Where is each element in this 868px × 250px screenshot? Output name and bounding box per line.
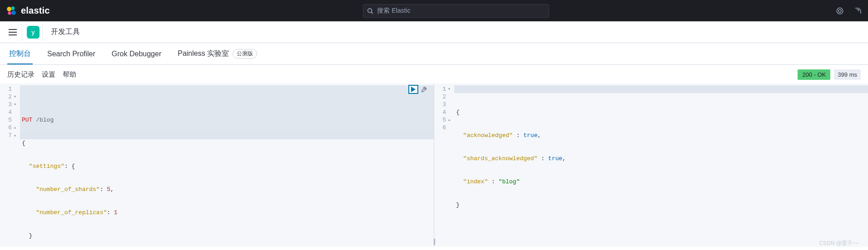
divider: [42, 24, 43, 41]
devtools-tabs: 控制台 Search Profiler Grok Debugger Painle…: [0, 43, 868, 65]
divider: [22, 24, 22, 41]
logo[interactable]: elastic: [5, 5, 50, 17]
elastic-logo-icon: [5, 5, 17, 17]
tab-label: Painless 实验室: [178, 49, 229, 59]
space-initial: y: [31, 28, 35, 36]
response-status-badge: 200 - OK: [798, 69, 830, 80]
watermark: CSDN @栗子~~: [819, 240, 859, 247]
app-bar: y 开发工具: [0, 21, 868, 43]
editors: 1 2▾ 3▾ 4 5 6▴ 7▴ PUT /blog { "settings"…: [0, 83, 868, 247]
help-button[interactable]: 帮助: [63, 70, 76, 79]
tab-painless-lab[interactable]: Painless 实验室 公测版: [176, 44, 259, 64]
svg-point-1: [11, 6, 15, 10]
beta-badge: 公测版: [233, 49, 257, 59]
request-gutter: 1 2▾ 3▾ 4 5 6▴ 7▴: [0, 83, 20, 247]
global-search[interactable]: 搜索 Elastic: [363, 4, 549, 18]
search-placeholder: 搜索 Elastic: [377, 7, 410, 15]
newsfeed-icon[interactable]: [853, 6, 863, 15]
settings-button[interactable]: 设置: [42, 70, 55, 79]
tab-label: Search Profiler: [47, 50, 95, 58]
cursor-line: [20, 132, 434, 139]
nav-toggle-button[interactable]: [5, 24, 21, 40]
space-selector[interactable]: y: [27, 26, 40, 39]
tab-grok-debugger[interactable]: Grok Debugger: [110, 44, 163, 64]
breadcrumb: 开发工具: [51, 27, 80, 37]
request-options-button[interactable]: [419, 85, 429, 94]
tab-search-profiler[interactable]: Search Profiler: [45, 44, 97, 64]
history-button[interactable]: 历史记录: [7, 70, 35, 79]
svg-point-7: [838, 10, 841, 12]
svg-point-3: [8, 11, 11, 15]
svg-point-6: [837, 8, 843, 14]
svg-point-2: [11, 10, 16, 15]
header-right: [835, 6, 863, 15]
svg-point-0: [7, 7, 11, 11]
response-gutter: 1▾ 2 3 4 5▴ 6: [434, 83, 454, 247]
http-method: PUT: [22, 117, 32, 123]
cursor-line: [454, 85, 868, 93]
response-code: { "acknowledged" : true, "shards_acknowl…: [454, 83, 868, 247]
request-path: /blog: [36, 117, 54, 123]
pane-splitter[interactable]: ||: [433, 238, 435, 245]
help-icon[interactable]: [835, 6, 844, 15]
request-code[interactable]: PUT /blog { "settings": { "number_of_sha…: [20, 83, 434, 247]
response-viewer[interactable]: 1▾ 2 3 4 5▴ 6 { "acknowledged" : true, "…: [434, 83, 868, 247]
svg-line-5: [372, 12, 373, 14]
tab-label: Grok Debugger: [112, 50, 161, 58]
svg-point-4: [368, 8, 372, 12]
search-icon: [367, 8, 373, 14]
console-toolbar: 历史记录 设置 帮助 200 - OK 399 ms: [0, 65, 868, 83]
request-actions: [408, 85, 429, 94]
response-time-badge: 399 ms: [834, 69, 861, 80]
send-request-button[interactable]: [408, 85, 418, 94]
global-header: elastic 搜索 Elastic: [0, 0, 868, 21]
request-editor[interactable]: 1 2▾ 3▾ 4 5 6▴ 7▴ PUT /blog { "settings"…: [0, 83, 434, 247]
brand-text: elastic: [21, 5, 50, 16]
active-request-highlight: [20, 85, 434, 132]
tab-label: 控制台: [9, 49, 31, 59]
tab-console[interactable]: 控制台: [7, 44, 33, 64]
